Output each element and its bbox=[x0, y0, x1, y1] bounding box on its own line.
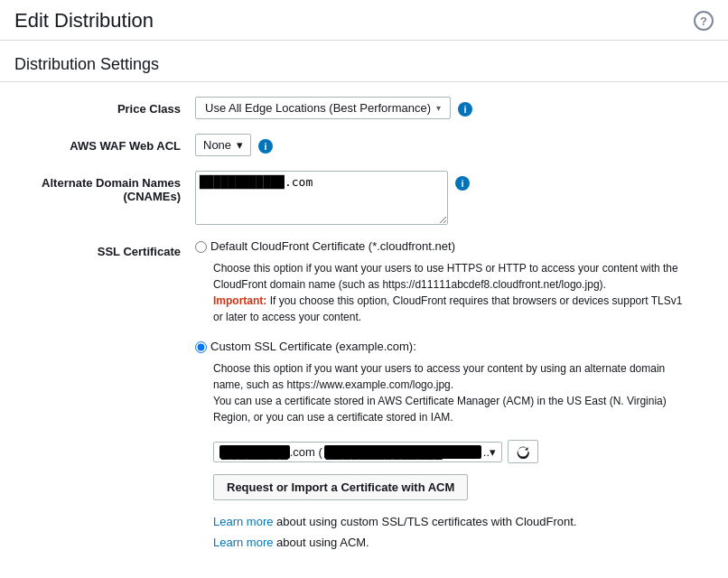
ssl-option2: Custom SSL Certificate (example.com): bbox=[195, 340, 416, 353]
ssl-custom-description: Choose this option if you want your user… bbox=[213, 360, 683, 425]
price-class-dropdown[interactable]: Use All Edge Locations (Best Performance… bbox=[195, 97, 451, 119]
cert-dropdown-arrow: ▾ bbox=[490, 445, 496, 459]
ssl-label: SSL Certificate bbox=[14, 239, 195, 258]
cert-domain-prefix: ████████ bbox=[219, 445, 290, 459]
learn-more-2: Learn more about using ACM. bbox=[213, 532, 577, 553]
waf-dropdown[interactable]: None ▾ bbox=[195, 134, 251, 156]
price-class-info-icon[interactable]: i bbox=[458, 102, 472, 117]
waf-control: None ▾ i bbox=[195, 134, 714, 156]
ssl-custom-label: Custom SSL Certificate (example.com): bbox=[210, 340, 416, 353]
cert-input-row: ████████ .com ( ██████████████ .. ▾ bbox=[213, 440, 538, 463]
ssl-row: SSL Certificate Default CloudFront Certi… bbox=[14, 239, 714, 554]
ssl-control: Default CloudFront Certificate (*.cloudf… bbox=[195, 239, 714, 554]
page-title: Edit Distribution bbox=[14, 9, 154, 33]
cert-id-redacted: ██████████████ bbox=[324, 445, 481, 459]
cname-row: Alternate Domain Names (CNAMEs) <span cl… bbox=[14, 171, 714, 225]
waf-label: AWS WAF Web ACL bbox=[14, 134, 195, 153]
distribution-settings-form: Price Class Use All Edge Locations (Best… bbox=[0, 97, 728, 554]
ssl-default-description: Choose this option if you want your user… bbox=[213, 260, 683, 325]
waf-arrow: ▾ bbox=[237, 138, 243, 152]
price-class-label: Price Class bbox=[14, 97, 195, 116]
learn-more-section: Learn more about using custom SSL/TLS ce… bbox=[213, 511, 577, 554]
waf-info-icon[interactable]: i bbox=[258, 139, 273, 154]
help-icon[interactable]: ? bbox=[694, 11, 714, 31]
refresh-icon bbox=[516, 444, 530, 459]
acm-button[interactable]: Request or Import a Certificate with ACM bbox=[213, 474, 468, 500]
learn-more-acm-link[interactable]: Learn more bbox=[213, 536, 273, 549]
ssl-custom-radio[interactable] bbox=[195, 341, 207, 353]
price-class-value: Use All Edge Locations (Best Performance… bbox=[205, 101, 431, 115]
ssl-option1: Default CloudFront Certificate (*.cloudf… bbox=[195, 239, 455, 253]
important-prefix: Important: bbox=[213, 294, 266, 307]
price-class-control: Use All Edge Locations (Best Performance… bbox=[195, 97, 714, 119]
waf-value: None bbox=[203, 138, 231, 152]
cert-refresh-button[interactable] bbox=[508, 440, 538, 463]
cert-input-box[interactable]: ████████ .com ( ██████████████ .. ▾ bbox=[213, 442, 502, 462]
price-class-row: Price Class Use All Edge Locations (Best… bbox=[14, 97, 714, 119]
cname-label: Alternate Domain Names (CNAMEs) bbox=[14, 171, 195, 203]
page-header: Edit Distribution ? bbox=[0, 0, 728, 41]
cname-control: <span class="inline-redacted"></span>com… bbox=[195, 171, 714, 225]
cname-input[interactable]: <span class="inline-redacted"></span>com bbox=[195, 171, 448, 225]
ssl-default-radio[interactable] bbox=[195, 241, 207, 253]
ssl-default-label: Default CloudFront Certificate (*.cloudf… bbox=[210, 239, 455, 253]
price-class-arrow: ▾ bbox=[436, 103, 441, 113]
waf-row: AWS WAF Web ACL None ▾ i bbox=[14, 134, 714, 156]
learn-more-1: Learn more about using custom SSL/TLS ce… bbox=[213, 511, 577, 532]
learn-more-ssl-link[interactable]: Learn more bbox=[213, 515, 273, 528]
cname-info-icon[interactable]: i bbox=[455, 176, 470, 191]
distribution-settings-title: Distribution Settings bbox=[0, 41, 728, 82]
